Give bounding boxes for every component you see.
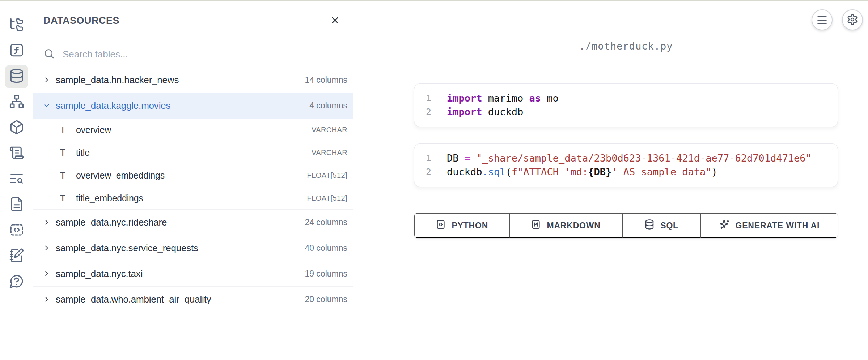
sidebar-item-documentation[interactable]: [0, 192, 33, 218]
text-search-icon: [9, 171, 24, 188]
code-editor[interactable]: DB = "_share/sample_data/23b0d623-1361-4…: [437, 151, 812, 179]
code-line: duckdb.sql(f"ATTACH 'md:{DB}' AS sample_…: [447, 165, 812, 179]
column-type: FLOAT[512]: [307, 171, 347, 180]
code-editor[interactable]: import marimo as moimport duckdb: [437, 91, 559, 119]
sparkles-icon: [719, 219, 730, 232]
add-markdown-cell-button[interactable]: MARKDOWN: [509, 213, 622, 238]
add-sql-label: SQL: [660, 221, 678, 231]
table-name: sample_data.nyc.rideshare: [56, 217, 167, 228]
column-row[interactable]: TtitleVARCHAR: [33, 141, 353, 164]
app: DATASOURCES sample_data.hn.hacker_news14…: [0, 0, 868, 360]
line-number: 2: [426, 165, 431, 179]
code-cell[interactable]: 12 import marimo as moimport duckdb: [414, 83, 838, 127]
table-column-count: 40 columns: [305, 243, 347, 253]
table-row[interactable]: sample_data.nyc.rideshare24 columns: [33, 210, 353, 235]
sidebar-item-search-logs[interactable]: [0, 166, 33, 192]
sidebar-item-datasources[interactable]: [0, 64, 33, 89]
notebook-filename: ./motherduck.py: [414, 40, 838, 52]
function-square-icon: [9, 43, 24, 59]
file-text-icon: [9, 197, 24, 213]
network-icon: [9, 94, 24, 111]
sidebar-item-dependencies[interactable]: [0, 89, 33, 115]
notebook: ./motherduck.py 12 import marimo as moim…: [414, 0, 838, 239]
notebook-pen-icon: [9, 248, 24, 265]
chevron-down-icon: [43, 102, 56, 110]
code-line: DB = "_share/sample_data/23b0d623-1361-4…: [447, 151, 812, 165]
column-row[interactable]: Ttitle_embeddingsFLOAT[512]: [33, 187, 353, 210]
add-sql-cell-button[interactable]: SQL: [622, 213, 700, 238]
markdown-square-icon: [530, 219, 541, 232]
table-row[interactable]: sample_data.who.ambient_air_quality20 co…: [33, 287, 353, 312]
database-icon: [9, 68, 24, 85]
help-chat-icon: [9, 274, 24, 290]
add-python-label: PYTHON: [452, 221, 488, 231]
table-row[interactable]: sample_data.nyc.taxi19 columns: [33, 261, 353, 287]
chevron-right-icon: [43, 76, 56, 84]
datasources-panel: DATASOURCES sample_data.hn.hacker_news14…: [33, 0, 353, 360]
column-name: overview: [76, 125, 111, 135]
column-name: title_embeddings: [76, 193, 143, 203]
table-column-count: 20 columns: [305, 295, 347, 304]
database-icon: [644, 219, 655, 232]
sidebar-item-snippets[interactable]: [0, 218, 33, 243]
table-column-count: 24 columns: [305, 218, 347, 227]
table-name: sample_data.hn.hacker_news: [56, 74, 179, 86]
scroll-text-icon: [9, 145, 24, 162]
column-name: title: [76, 147, 90, 158]
text-type-icon: T: [60, 147, 76, 158]
add-cell-toolbar: PYTHON MARKDOWN SQL: [414, 213, 838, 239]
table-column-count: 4 columns: [309, 101, 347, 111]
column-type: VARCHAR: [312, 126, 347, 134]
page-title: DATASOURCES: [43, 15, 119, 26]
chevron-right-icon: [43, 295, 56, 303]
code-line: import marimo as mo: [447, 91, 559, 105]
table-name: sample_data.who.ambient_air_quality: [56, 294, 211, 305]
close-panel-button[interactable]: [326, 12, 344, 30]
table-column-count: 19 columns: [305, 269, 347, 279]
close-icon: [330, 15, 340, 27]
code-line: import duckdb: [447, 105, 559, 119]
column-type: FLOAT[512]: [307, 194, 347, 202]
text-type-icon: T: [60, 125, 76, 135]
code-snippet-icon: [9, 222, 24, 239]
line-number-gutter: 12: [414, 91, 437, 119]
table-row[interactable]: sample_data.nyc.service_requests40 colum…: [33, 235, 353, 261]
file-tree-icon: [9, 17, 24, 34]
column-row[interactable]: ToverviewVARCHAR: [33, 119, 353, 141]
window-top-edge: [0, 0, 868, 1]
line-number: 1: [426, 151, 431, 165]
table-column-count: 14 columns: [305, 75, 347, 85]
sidebar-item-packages[interactable]: [0, 115, 33, 141]
column-name: overview_embeddings: [76, 170, 165, 181]
search-input[interactable]: [63, 49, 343, 60]
sidebar-item-help[interactable]: [0, 269, 33, 295]
datasources-header: DATASOURCES: [33, 0, 353, 42]
generate-with-ai-button[interactable]: GENERATE WITH AI: [700, 213, 838, 238]
generate-with-ai-label: GENERATE WITH AI: [736, 221, 820, 231]
table-row[interactable]: sample_data.kaggle.movies4 columns: [33, 93, 353, 119]
line-number-gutter: 12: [414, 151, 437, 179]
notebook-main: ./motherduck.py 12 import marimo as moim…: [353, 0, 868, 360]
table-list: sample_data.hn.hacker_news14 columnssamp…: [33, 67, 353, 360]
chevron-right-icon: [43, 244, 56, 252]
sidebar-item-logs[interactable]: [0, 141, 33, 166]
sidebar-item-scratchpad[interactable]: [0, 243, 33, 269]
gear-icon: [847, 14, 858, 26]
table-row[interactable]: sample_data.hn.hacker_news14 columns: [33, 67, 353, 93]
line-number: 1: [426, 91, 431, 105]
text-type-icon: T: [60, 193, 76, 203]
chevron-right-icon: [43, 270, 56, 278]
code-cell[interactable]: 12 DB = "_share/sample_data/23b0d623-136…: [414, 143, 838, 187]
column-row[interactable]: Toverview_embeddingsFLOAT[512]: [33, 164, 353, 187]
add-python-cell-button[interactable]: PYTHON: [414, 213, 509, 238]
sidebar-item-file-explorer[interactable]: [0, 12, 33, 38]
add-markdown-label: MARKDOWN: [547, 221, 600, 231]
table-name: sample_data.nyc.taxi: [56, 268, 143, 279]
settings-button[interactable]: [842, 9, 863, 30]
sidebar-item-variables[interactable]: [0, 38, 33, 64]
column-type: VARCHAR: [312, 149, 347, 157]
table-name: sample_data.nyc.service_requests: [56, 243, 198, 254]
icon-rail: [0, 0, 33, 360]
text-type-icon: T: [60, 170, 76, 181]
chevron-right-icon: [43, 218, 56, 226]
